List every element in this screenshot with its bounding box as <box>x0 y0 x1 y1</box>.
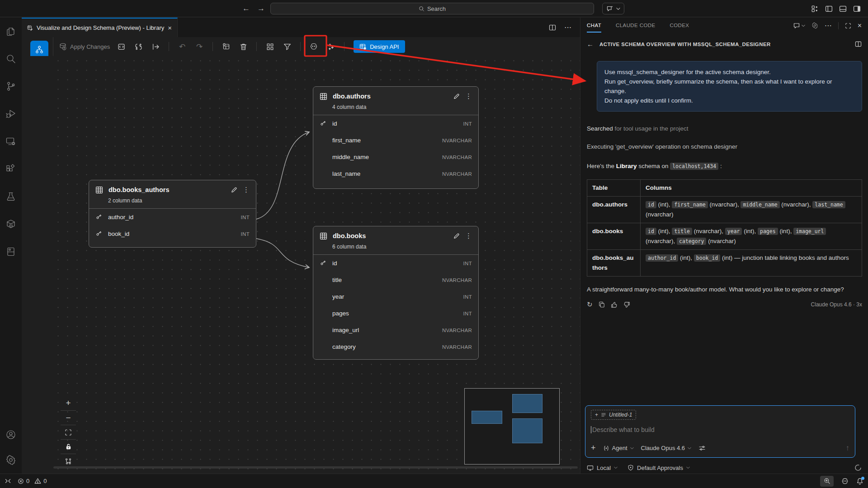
approvals-picker[interactable]: Default Approvals <box>627 465 690 471</box>
sparkle-route-icon[interactable] <box>325 41 337 52</box>
thumbs-down-icon[interactable] <box>623 301 630 308</box>
tab-close-icon[interactable]: × <box>168 24 172 32</box>
delete-table-icon[interactable] <box>237 41 249 52</box>
column-row[interactable]: pagesINT <box>313 305 478 322</box>
chat-more-icon[interactable]: ⋯ <box>825 21 832 30</box>
design-api-icon <box>359 43 367 50</box>
toggle-secondary-sidebar-icon[interactable] <box>853 5 861 13</box>
remote-explorer-icon[interactable] <box>4 134 18 149</box>
user-message[interactable]: Use mssql_schema_designer for the active… <box>597 61 862 112</box>
design-api-button[interactable]: Design API <box>354 40 405 53</box>
maximize-panel-icon[interactable] <box>845 23 851 29</box>
explorer-icon[interactable] <box>4 24 18 38</box>
command-center-search[interactable]: Search <box>270 3 594 14</box>
editor-more-actions-icon[interactable]: ⋯ <box>564 23 572 32</box>
column-row[interactable]: book_idINT <box>89 225 256 242</box>
export-diagram-icon[interactable] <box>115 41 127 52</box>
chat-settings-gear-icon[interactable] <box>811 22 818 29</box>
filter-icon[interactable] <box>281 41 293 52</box>
problems-indicator[interactable]: 0 0 <box>18 478 47 484</box>
expand-panel-icon[interactable] <box>150 41 161 52</box>
tab-claude-code[interactable]: CLAUDE CODE <box>616 23 655 33</box>
tab-schema-designer[interactable]: Visualize and Design Schema (Preview) - … <box>22 18 178 37</box>
column-row[interactable]: idINT <box>313 255 478 272</box>
table-more-icon[interactable]: ⋮ <box>243 186 250 194</box>
lock-icon[interactable] <box>61 439 76 454</box>
chat-conversation: Use mssql_schema_designer for the active… <box>587 52 862 309</box>
tab-codex[interactable]: CODEX <box>670 23 689 33</box>
testing-icon[interactable] <box>4 189 18 204</box>
column-row[interactable]: last_nameNVARCHAR <box>313 165 478 182</box>
undo-icon[interactable]: ↶ <box>176 41 188 52</box>
schema-canvas[interactable]: dbo.books_authors ⋮ 2 column data author… <box>22 56 580 474</box>
context-attachment-chip[interactable]: + Untitled-1 <box>591 410 636 420</box>
column-row[interactable]: idINT <box>313 115 478 132</box>
horizontal-scrollbar[interactable] <box>53 466 578 469</box>
thumbs-up-icon[interactable] <box>611 301 618 308</box>
table-node-books-authors[interactable]: dbo.books_authors ⋮ 2 column data author… <box>89 180 256 248</box>
table-more-icon[interactable]: ⋮ <box>465 92 472 100</box>
column-row[interactable]: image_urlNVARCHAR <box>313 322 478 338</box>
zoom-out-button[interactable]: − <box>61 410 76 425</box>
column-row[interactable]: titleNVARCHAR <box>313 272 478 288</box>
environment-picker[interactable]: Local <box>587 465 618 471</box>
auto-layout-icon[interactable] <box>264 41 276 52</box>
column-row[interactable]: first_nameNVARCHAR <box>313 132 478 149</box>
copilot-status-icon[interactable] <box>841 477 849 485</box>
send-icon[interactable]: ↑ <box>846 444 850 453</box>
fit-screen-icon[interactable] <box>61 425 76 439</box>
account-icon[interactable] <box>4 427 18 442</box>
edit-table-pencil-icon[interactable] <box>453 233 460 239</box>
zoom-in-button[interactable]: + <box>61 396 76 410</box>
column-row[interactable]: middle_nameNVARCHAR <box>313 149 478 165</box>
toggle-primary-sidebar-icon[interactable] <box>825 5 833 13</box>
open-in-editor-icon[interactable] <box>855 41 862 47</box>
add-table-icon[interactable] <box>220 41 232 52</box>
warning-icon <box>34 478 41 484</box>
copilot-menu-button[interactable] <box>602 3 624 14</box>
copy-icon[interactable] <box>599 301 605 308</box>
toggle-panel-icon[interactable] <box>839 5 847 13</box>
tab-title: Visualize and Design Schema (Preview) - … <box>37 24 164 31</box>
remote-indicator-icon[interactable] <box>5 478 11 484</box>
column-row[interactable]: categoryNVARCHAR <box>313 338 478 355</box>
extensions-icon[interactable] <box>4 162 18 176</box>
redo-icon[interactable]: ↷ <box>193 41 205 52</box>
model-picker[interactable]: Claude Opus 4.6 <box>641 445 692 451</box>
zoom-status-button[interactable] <box>820 476 834 487</box>
settings-gear-icon[interactable] <box>4 453 18 467</box>
edit-table-pencil-icon[interactable] <box>231 187 237 193</box>
mode-picker[interactable]: Agent <box>603 445 634 451</box>
edit-table-pencil-icon[interactable] <box>453 93 460 100</box>
container-icon[interactable] <box>4 217 18 231</box>
table-node-books[interactable]: dbo.books ⋮ 6 column data idINT titleNVA… <box>313 226 479 360</box>
database-icon[interactable] <box>4 244 18 259</box>
split-editor-icon[interactable] <box>549 24 556 31</box>
search-sidebar-icon[interactable] <box>4 52 18 66</box>
close-panel-icon[interactable]: × <box>858 22 862 30</box>
source-control-icon[interactable] <box>4 79 18 94</box>
minimap[interactable] <box>464 388 560 465</box>
status-executing: Executing 'get_overview' operation on sc… <box>587 143 862 150</box>
run-debug-icon[interactable] <box>4 107 18 121</box>
column-row[interactable]: author_idINT <box>89 209 256 225</box>
notifications-button[interactable] <box>856 478 863 485</box>
publish-database-icon <box>59 42 67 51</box>
copilot-schema-icon[interactable] <box>308 41 320 52</box>
nav-back-button[interactable]: ← <box>242 4 250 13</box>
nav-forward-button[interactable]: → <box>257 4 265 13</box>
column-row[interactable]: yearINT <box>313 288 478 305</box>
tools-config-icon[interactable] <box>698 445 706 452</box>
chat-input-box[interactable]: + Untitled-1 Describe what to build + Ag… <box>585 405 855 458</box>
tab-chat[interactable]: CHAT <box>587 23 601 33</box>
retry-icon[interactable]: ↻ <box>587 300 593 309</box>
compare-schema-icon[interactable] <box>132 41 144 52</box>
chat-input-placeholder[interactable]: Describe what to build <box>591 426 849 433</box>
new-chat-button[interactable] <box>793 22 805 29</box>
table-node-authors[interactable]: dbo.authors ⋮ 4 column data idINT first_… <box>313 86 479 189</box>
table-more-icon[interactable]: ⋮ <box>465 232 472 240</box>
customize-layout-icon[interactable] <box>811 5 819 13</box>
back-icon[interactable]: ← <box>587 40 594 48</box>
attach-icon[interactable]: + <box>591 443 596 453</box>
apply-changes-button[interactable]: Apply Changes <box>59 42 110 51</box>
